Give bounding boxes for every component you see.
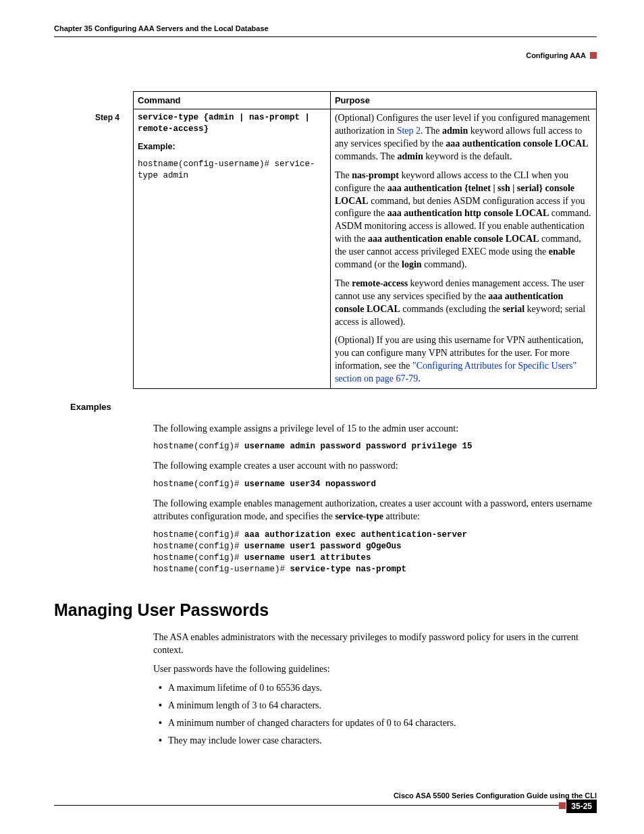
command-cell: service-type {admin | nas-prompt | remot… [134,109,331,389]
examples-body: The following example assigns a privileg… [153,423,594,575]
managing-body: The ASA enables administrators with the … [153,631,594,747]
footer-marker-icon [559,802,566,809]
table-header-purpose: Purpose [330,91,596,109]
footer-title: Cisco ASA 5500 Series Configuration Guid… [54,791,597,801]
example-intro-2: The following example creates a user acc… [153,460,594,473]
page-number: 35-25 [566,800,597,813]
example-intro-1: The following example assigns a privileg… [153,423,594,436]
list-item: A minimum number of changed characters f… [168,717,594,730]
list-item: A maximum lifetime of 0 to 65536 days. [168,682,594,695]
table-header-command: Command [134,91,331,109]
purpose-cell: (Optional) Configures the user level if … [330,109,596,389]
page-footer: Cisco ASA 5500 Series Configuration Guid… [54,791,597,810]
guidelines-list: A maximum lifetime of 0 to 65536 days. A… [153,682,594,748]
example-label: Example: [138,141,326,153]
example-code-2: hostname(config)# username user34 nopass… [153,479,594,490]
table-row: Step 4 service-type {admin | nas-prompt … [91,109,597,389]
header-chapter: Chapter 35 Configuring AAA Servers and t… [54,24,269,34]
purpose-para-1: (Optional) Configures the user level if … [335,112,592,163]
header-section-title: Configuring AAA [526,51,586,61]
examples-heading: Examples [70,401,597,413]
purpose-para-3: The remote-access keyword denies managem… [335,278,592,329]
managing-para-1: The ASA enables administrators with the … [153,631,594,657]
step-label: Step 4 [91,109,134,389]
command-table: Command Purpose Step 4 service-type {adm… [91,91,597,389]
section-marker-icon [590,52,597,59]
example-intro-3: The following example enables management… [153,498,594,523]
footer-rule-icon [54,805,566,806]
example-code: hostname(config-username)# service-type … [138,159,326,182]
purpose-para-4: (Optional) If you are using this usernam… [335,334,592,386]
page-header: Chapter 35 Configuring AAA Servers and t… [54,24,597,37]
example-code-3: hostname(config)# aaa authorization exec… [153,529,594,575]
purpose-para-2: The nas-prompt keyword allows access to … [335,170,592,271]
page-header-section: Configuring AAA [54,51,597,61]
list-item: They may include lower case characters. [168,735,594,748]
command-syntax: service-type {admin | nas-prompt | remot… [138,113,310,134]
managing-para-2: User passwords have the following guidel… [153,663,594,676]
list-item: A minimum length of 3 to 64 characters. [168,700,594,712]
example-code-1: hostname(config)# username admin passwor… [153,441,594,452]
step-2-link[interactable]: Step 2 [397,126,421,136]
managing-passwords-heading: Managing User Passwords [54,599,597,622]
